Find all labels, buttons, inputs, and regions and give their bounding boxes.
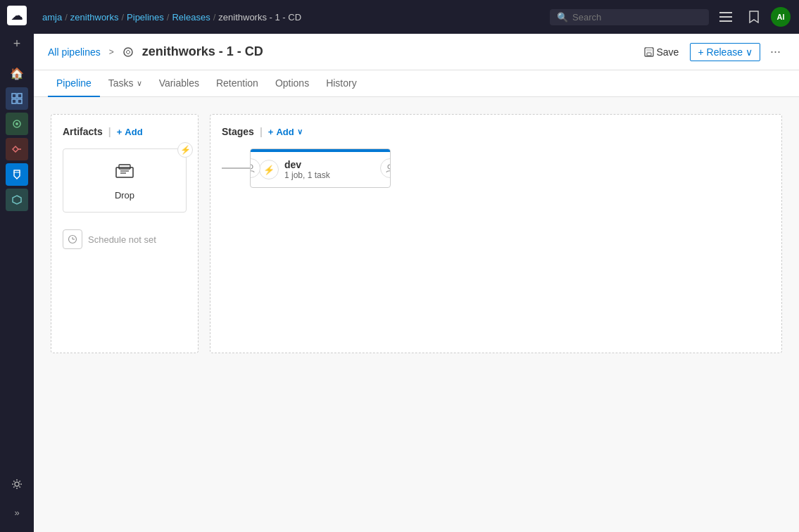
main-area: amja / zenithworks / Pipelines / Release… — [34, 0, 799, 532]
sidebar-item-pipelines[interactable] — [6, 138, 28, 160]
svg-rect-2 — [12, 99, 16, 103]
schedule-label: Schedule not set — [88, 234, 156, 245]
search-input[interactable] — [572, 12, 702, 23]
svg-rect-3 — [18, 99, 22, 103]
svg-point-5 — [15, 122, 18, 125]
tab-tasks[interactable]: Tasks ∨ — [100, 70, 151, 97]
pipeline-canvas: Artifacts | + Add ⚡ Drop — [34, 97, 799, 532]
sidebar-add-button[interactable]: + — [7, 34, 27, 53]
svg-rect-10 — [719, 16, 732, 18]
svg-rect-1 — [18, 94, 22, 98]
stages-add-button[interactable]: + Add ∨ — [268, 127, 303, 137]
svg-rect-0 — [12, 94, 16, 98]
tab-retention[interactable]: Retention — [208, 70, 267, 97]
artifacts-label: Artifacts — [63, 126, 103, 137]
header-chevron: > — [109, 47, 114, 57]
breadcrumb-amja[interactable]: amja — [42, 12, 62, 23]
sidebar: ☁ + 🏠 » — [0, 0, 34, 532]
sidebar-item-overview[interactable]: 🏠 — [6, 62, 28, 84]
svg-point-12 — [124, 48, 132, 56]
tab-options[interactable]: Options — [267, 70, 317, 97]
tabs-bar: Pipeline Tasks ∨ Variables Retention Opt… — [34, 70, 799, 97]
sidebar-item-repos[interactable] — [6, 113, 28, 135]
svg-rect-17 — [119, 165, 130, 169]
search-box: 🔍 — [550, 9, 709, 25]
svg-rect-14 — [646, 48, 652, 51]
sidebar-item-artifacts[interactable] — [6, 189, 28, 211]
tab-pipeline[interactable]: Pipeline — [48, 70, 100, 97]
svg-point-24 — [388, 165, 391, 169]
sidebar-item-test[interactable] — [6, 163, 28, 186]
artifact-drop-card[interactable]: ⚡ Drop — [63, 148, 187, 213]
svg-rect-11 — [719, 20, 732, 22]
bookmark-icon[interactable] — [743, 6, 765, 28]
pipeline-icon — [122, 46, 134, 58]
breadcrumb-pipelines[interactable]: Pipelines — [127, 12, 164, 23]
svg-point-8 — [15, 482, 19, 486]
page-title: zenithworks - 1 - CD — [142, 44, 630, 59]
tab-history[interactable]: History — [317, 70, 365, 97]
artifact-build-icon — [115, 160, 134, 184]
stage-meta: 1 job, 1 task — [284, 170, 382, 180]
artifact-label: Drop — [115, 190, 134, 201]
page-header: All pipelines > zenithworks - 1 - CD Sav… — [34, 34, 799, 70]
all-pipelines-link[interactable]: All pipelines — [48, 46, 101, 58]
schedule-row: Schedule not set — [63, 229, 187, 249]
artifacts-add-button[interactable]: + Add — [117, 127, 143, 137]
topbar: amja / zenithworks / Pipelines / Release… — [34, 0, 799, 34]
stages-box: Stages | + Add ∨ ⚡ — [210, 114, 782, 353]
search-icon: 🔍 — [557, 12, 568, 23]
schedule-icon — [63, 229, 82, 249]
app-logo[interactable]: ☁ — [7, 6, 27, 25]
svg-rect-15 — [647, 53, 651, 56]
artifacts-box: Artifacts | + Add ⚡ Drop — [51, 114, 199, 353]
sidebar-item-boards[interactable] — [6, 87, 28, 110]
breadcrumb-zenithworks[interactable]: zenithworks — [70, 12, 119, 23]
stage-dev-card[interactable]: ⚡ dev 1 job, 1 task — [250, 148, 391, 188]
list-icon[interactable] — [715, 6, 737, 28]
save-button[interactable]: Save — [638, 44, 685, 61]
breadcrumb: amja / zenithworks / Pipelines / Release… — [42, 12, 544, 23]
tab-variables[interactable]: Variables — [151, 70, 208, 97]
stage-lightning-icon: ⚡ — [259, 160, 279, 179]
artifact-lightning-icon: ⚡ — [177, 142, 193, 158]
stage-dev-wrapper: ⚡ dev 1 job, 1 task — [222, 148, 770, 188]
release-button[interactable]: + Release ∨ — [690, 43, 760, 61]
stage-name: dev — [284, 159, 382, 170]
breadcrumb-releases[interactable]: Releases — [172, 12, 210, 23]
more-options-button[interactable]: ··· — [766, 42, 785, 62]
svg-rect-9 — [719, 12, 732, 13]
svg-point-23 — [250, 165, 253, 169]
breadcrumb-current: zenithworks - 1 - CD — [218, 12, 301, 23]
settings-icon[interactable] — [6, 473, 28, 495]
connector-line — [222, 167, 250, 169]
stages-label: Stages — [222, 126, 254, 137]
user-avatar[interactable]: AI — [771, 7, 791, 27]
expand-icon[interactable]: » — [6, 501, 28, 524]
